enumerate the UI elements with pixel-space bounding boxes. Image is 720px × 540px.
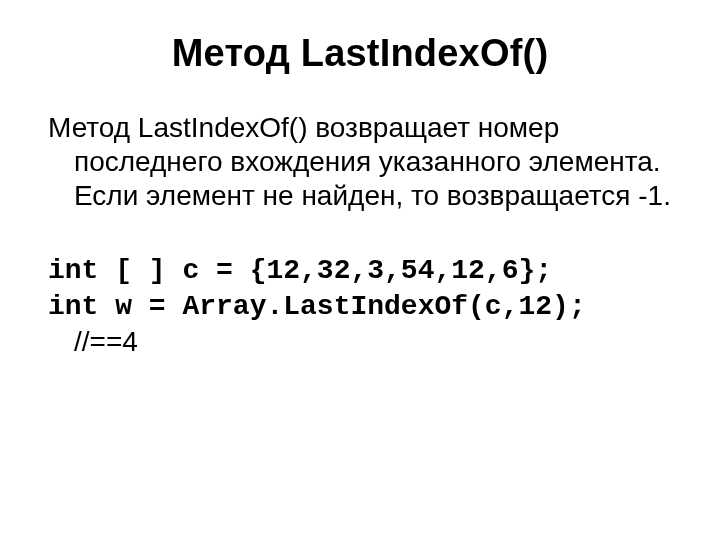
description-paragraph: Метод LastIndexOf() возвращает номер пос… <box>48 111 672 213</box>
code-comment: //==4 <box>48 325 672 359</box>
code-line-2: int w = Array.LastIndexOf(c,12); <box>48 289 672 325</box>
code-line-1: int [ ] c = {12,32,3,54,12,6}; <box>48 253 672 289</box>
slide: Метод LastIndexOf() Метод LastIndexOf() … <box>0 0 720 540</box>
code-block: int [ ] c = {12,32,3,54,12,6}; int w = A… <box>48 253 672 359</box>
slide-title: Метод LastIndexOf() <box>48 32 672 75</box>
slide-body: Метод LastIndexOf() возвращает номер пос… <box>48 111 672 359</box>
